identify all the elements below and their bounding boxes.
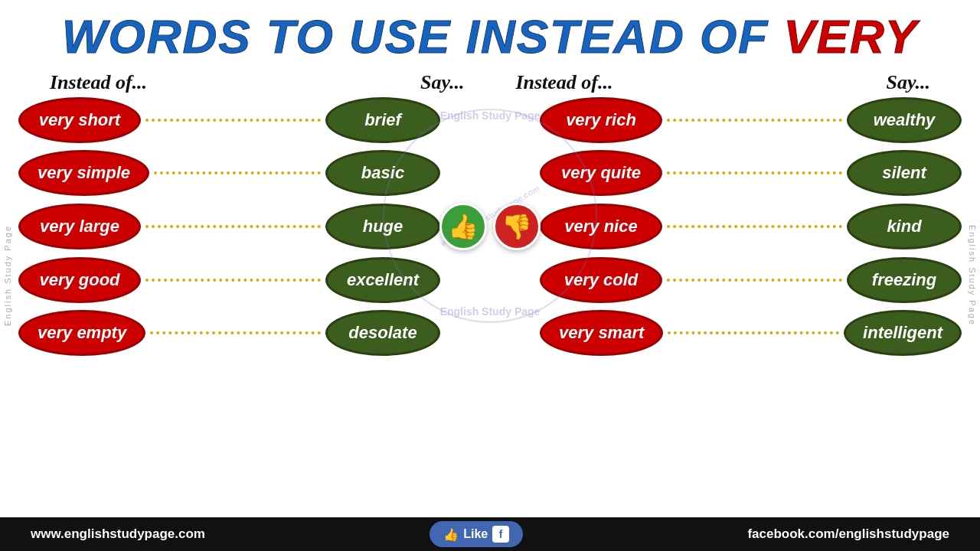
dotted-line-1-right [667,171,842,174]
table-row: very short brief very rich wealthy [18,97,962,143]
facebook-icon: f [492,526,509,543]
left-pair-4: very empty desolate [18,310,440,356]
green-oval-0-right: wealthy [847,97,962,143]
dotted-line-2-right [667,225,842,228]
green-oval-3-right: freezing [847,257,962,303]
red-oval-4-right: very smart [540,310,663,356]
red-oval-2-left: very large [18,204,141,249]
like-button[interactable]: 👍 Like f [430,521,523,547]
footer-website: www.englishstudypage.com [31,527,205,542]
left-pair-3: very good excellent [18,257,440,303]
red-oval-1-right: very quite [540,150,662,196]
red-oval-1-left: very simple [18,150,149,196]
thumbs-container: 👍 👎 [439,203,541,250]
green-oval-4-right: intelligent [844,310,962,356]
red-oval-4-left: very empty [18,310,145,356]
center-gap-thumbs: 👍 👎 [440,203,540,250]
red-oval-0-right: very rich [540,97,662,143]
green-oval-1-left: basic [325,150,440,196]
right-pair-0: very rich wealthy [540,97,962,143]
dotted-line-2-left [145,225,321,228]
green-oval-0-left: brief [325,97,440,143]
table-row: very large huge 👍 👎 very nice kind [18,203,962,250]
header-instead-of-2: Instead of... [515,71,612,94]
thumbs-up-icon: 👍 [439,203,487,250]
header-instead-of-1: Instead of... [50,71,147,94]
dotted-line-0-left [145,119,321,122]
table-row: very empty desolate very smart intellige… [18,310,962,356]
title-main: WORDS TO USE INSTEAD OF [62,10,783,63]
table-row: very good excellent very cold freezing [18,257,962,303]
table-row: very simple basic very quite silent [18,150,962,196]
right-pair-4: very smart intelligent [540,310,962,356]
green-oval-3-left: excellent [325,257,440,303]
title-bar: WORDS TO USE INSTEAD OF VERY [0,0,980,70]
dotted-line-4-left [150,331,321,334]
footer: www.englishstudypage.com 👍 Like f facebo… [0,517,980,551]
dotted-line-3-left [145,279,321,282]
right-pair-2: very nice kind [540,204,962,249]
left-pair-0: very short brief [18,97,440,143]
left-pair-1: very simple basic [18,150,440,196]
red-oval-2-right: very nice [540,204,662,249]
dotted-line-1-left [154,171,321,174]
dotted-line-4-right [668,331,839,334]
right-pair-1: very quite silent [540,150,962,196]
like-text: Like [463,527,488,541]
red-oval-3-left: very good [18,257,141,303]
green-oval-4-left: desolate [325,310,440,356]
dotted-line-0-right [667,119,842,122]
green-oval-1-right: silent [847,150,962,196]
green-oval-2-left: huge [325,204,440,249]
right-pair-3: very cold freezing [540,257,962,303]
thumbs-down-icon: 👎 [493,203,541,250]
left-pair-2: very large huge [18,204,440,249]
green-oval-2-right: kind [847,204,962,249]
header-say-1: Say... [420,71,465,94]
word-rows: very short brief very rich wealthy very … [18,97,962,356]
dotted-line-3-right [667,279,842,282]
red-oval-3-right: very cold [540,257,662,303]
header-say-2: Say... [886,71,930,94]
red-oval-0-left: very short [18,97,141,143]
footer-facebook: facebook.com/englishstudypage [747,527,949,542]
title-very: VERY [783,10,918,63]
thumbs-up-small-icon: 👍 [443,527,459,542]
